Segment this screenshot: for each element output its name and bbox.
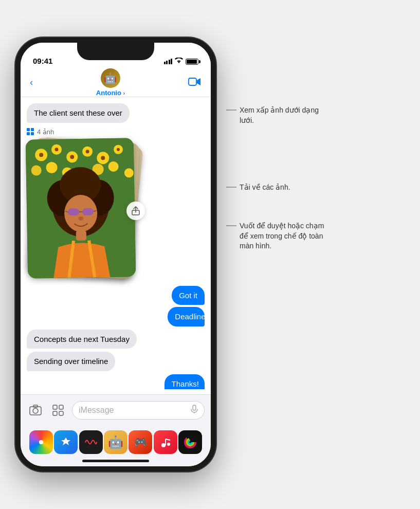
messages-area: The client sent these over 4 ảnh bbox=[21, 97, 211, 389]
notch bbox=[77, 43, 154, 60]
input-placeholder: iMessage bbox=[79, 406, 114, 415]
annotation-text-2: Tải về các ảnh. bbox=[240, 183, 290, 193]
dock-fitness-app[interactable] bbox=[178, 430, 202, 454]
message-received-3: Sending over timeline bbox=[27, 352, 115, 371]
input-bar: iMessage bbox=[21, 394, 211, 425]
svg-rect-36 bbox=[53, 405, 57, 409]
photo-count-label: 4 ảnh bbox=[27, 128, 140, 136]
sent-group-2: Thanks! 🙏 bbox=[151, 374, 205, 390]
home-indicator bbox=[82, 460, 149, 462]
photo-card-front[interactable] bbox=[26, 138, 136, 279]
dock-music-app[interactable] bbox=[154, 430, 177, 454]
photo-stack[interactable] bbox=[27, 139, 140, 283]
nav-back-button[interactable]: ‹ bbox=[30, 77, 33, 88]
message-sent-1: Got it bbox=[172, 286, 205, 305]
svg-rect-26 bbox=[82, 208, 94, 215]
svg-rect-38 bbox=[53, 411, 57, 415]
status-time: 09:41 bbox=[33, 57, 52, 65]
annotation-text-3: Vuốt để duyệt hoặc chạm để xem trong chế… bbox=[240, 221, 332, 251]
share-button[interactable] bbox=[126, 202, 145, 220]
dock-voice-app[interactable] bbox=[79, 430, 103, 454]
svg-rect-0 bbox=[189, 78, 196, 85]
avatar: 🤖 bbox=[101, 68, 120, 88]
contact-name: Antonio › bbox=[96, 89, 125, 97]
wifi-icon bbox=[175, 58, 183, 65]
status-icons bbox=[164, 58, 199, 65]
dock-game-app[interactable]: 🎮 bbox=[129, 430, 152, 454]
annotation-1: Xem xấp ảnh dưới dạng lưới. bbox=[226, 105, 332, 125]
svg-line-47 bbox=[166, 439, 170, 440]
svg-point-34 bbox=[33, 408, 38, 413]
annotation-text-1: Xem xấp ảnh dưới dạng lưới. bbox=[240, 105, 332, 125]
svg-rect-31 bbox=[76, 230, 86, 240]
mic-icon[interactable] bbox=[191, 405, 198, 416]
svg-rect-40 bbox=[193, 405, 196, 410]
dock-memoji-app[interactable]: 🤖 bbox=[104, 430, 127, 454]
apps-button[interactable] bbox=[49, 402, 67, 419]
svg-point-43 bbox=[40, 441, 42, 443]
camera-button[interactable] bbox=[27, 402, 44, 419]
svg-rect-39 bbox=[59, 411, 63, 415]
svg-point-45 bbox=[167, 443, 170, 446]
signal-icon bbox=[164, 59, 173, 64]
photo-stack-message[interactable]: 4 ảnh bbox=[27, 128, 140, 283]
annotation-3: Vuốt để duyệt hoặc chạm để xem trong chế… bbox=[226, 221, 332, 251]
svg-point-44 bbox=[161, 443, 166, 447]
svg-rect-25 bbox=[68, 208, 79, 215]
grid-icon bbox=[27, 128, 34, 135]
dock-appstore-app[interactable] bbox=[54, 430, 78, 454]
svg-rect-37 bbox=[59, 405, 63, 409]
annotations-panel: Xem xấp ảnh dưới dạng lưới. Tải về các ả… bbox=[216, 0, 420, 509]
message-sent-2: Deadline? bbox=[168, 307, 205, 326]
message-received-1: The client sent these over bbox=[27, 103, 130, 123]
battery-icon bbox=[186, 59, 198, 65]
nav-bar: ‹ 🤖 Antonio › bbox=[21, 68, 211, 97]
message-received-2: Concepts due next Tuesday bbox=[27, 330, 137, 349]
dock-photos-app[interactable] bbox=[29, 430, 53, 454]
message-sent-thanks: Thanks! 🙏 bbox=[165, 374, 205, 390]
sent-group-1: Got it Deadline? bbox=[155, 286, 205, 326]
svg-point-50 bbox=[188, 441, 192, 444]
message-input[interactable]: iMessage bbox=[72, 401, 205, 420]
annotation-2: Tải về các ảnh. bbox=[226, 183, 290, 193]
svg-rect-35 bbox=[33, 405, 38, 407]
phone-frame: 09:41 ‹ 🤖 bbox=[15, 38, 216, 471]
video-call-button[interactable] bbox=[188, 76, 202, 89]
nav-center[interactable]: 🤖 Antonio › bbox=[96, 68, 125, 97]
